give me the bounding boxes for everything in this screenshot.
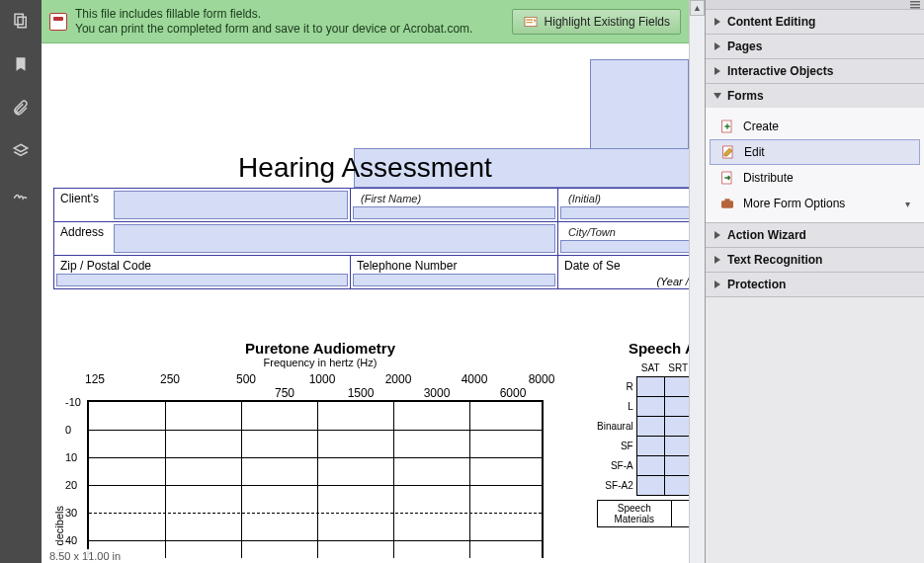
bookmark-icon[interactable] [10, 53, 32, 75]
pdf-form-icon [49, 13, 67, 31]
firstname-field[interactable] [353, 206, 555, 219]
speech-materials: Speech Materials [598, 501, 672, 526]
section-action-wizard: Action Wizard [706, 223, 924, 248]
x-axis-major: 125 250 500 1000 2000 4000 8000 [53, 372, 587, 386]
cell[interactable] [664, 475, 689, 495]
chevron-right-icon [714, 231, 720, 239]
sr-dis: SR DIS [672, 501, 690, 526]
x-axis-minor: 750 1500 3000 6000 [53, 386, 587, 400]
svg-rect-10 [724, 199, 729, 201]
surname-field[interactable] [114, 191, 348, 219]
svg-rect-4 [910, 4, 920, 6]
zip-field[interactable] [56, 274, 348, 286]
label-date-sub: (Year / M [656, 276, 689, 287]
audiogram-subtitle: Frequency in hertz (Hz) [53, 357, 587, 368]
chevron-right-icon [714, 42, 720, 50]
audiogram-grid: -10 0 10 20 30 40 [87, 400, 544, 558]
page-size-status: 8.50 x 11.00 in [45, 549, 125, 563]
cell[interactable] [636, 376, 664, 396]
cell[interactable] [664, 455, 689, 475]
section-pages: Pages [706, 35, 924, 59]
panel-menu-icon[interactable] [706, 0, 924, 10]
chevron-right-icon [714, 281, 720, 288]
chevron-right-icon [714, 18, 720, 26]
cell[interactable] [664, 376, 689, 396]
label-address: Address [60, 225, 104, 239]
col-sat: SAT [636, 361, 664, 376]
section-content-editing: Content Editing [706, 10, 924, 35]
phone-field[interactable] [353, 274, 555, 286]
forms-create[interactable]: Create [706, 114, 924, 139]
cell[interactable] [636, 396, 664, 416]
forms-more-options[interactable]: More Form Options ▾ [706, 191, 924, 216]
cell[interactable] [664, 416, 689, 436]
cell[interactable] [636, 416, 664, 436]
section-interactive-objects: Interactive Objects [706, 59, 924, 84]
chevron-down-icon: ▾ [905, 199, 910, 209]
cell[interactable] [636, 436, 664, 455]
label-clients: Client's [60, 192, 99, 205]
svg-rect-0 [15, 14, 23, 25]
nav-rail [0, 0, 42, 563]
svg-rect-3 [910, 1, 920, 3]
client-info-table: Client's (Surname) (First Name) (Initial… [53, 188, 689, 289]
forms-edit[interactable]: Edit [710, 139, 920, 165]
label-initial: (Initial) [568, 193, 601, 204]
label-zip: Zip / Postal Code [60, 259, 151, 273]
cell[interactable] [664, 436, 689, 455]
forms-distribute[interactable]: Distribute [706, 165, 924, 191]
highlight-fields-button[interactable]: Highlight Existing Fields [512, 9, 681, 35]
banner-text: This file includes fillable form fields.… [75, 7, 512, 37]
layers-icon[interactable] [10, 140, 32, 162]
chevron-right-icon [714, 67, 720, 75]
speech-title: Speech Aud [597, 340, 689, 357]
street-field[interactable] [114, 224, 555, 253]
section-protection: Protection [706, 273, 924, 297]
page-title: Hearing Assessment [42, 152, 689, 184]
label-city: City/Town [568, 226, 616, 238]
section-forms: Forms Create Edit Distribute More Form O… [706, 84, 924, 223]
chevron-right-icon [714, 256, 720, 264]
svg-rect-1 [18, 17, 26, 28]
vertical-scrollbar[interactable]: ▲ [689, 0, 705, 563]
signature-icon[interactable] [10, 184, 32, 205]
thumbnails-icon[interactable] [10, 10, 32, 32]
city-field[interactable] [560, 240, 689, 253]
materials-row: Speech Materials SR DIS [597, 500, 689, 527]
label-firstname: (First Name) [361, 193, 421, 204]
chevron-down-icon [714, 93, 721, 99]
speech-audiometry: Speech Aud SAT SRT Mask R L Binaural SF … [597, 340, 689, 527]
cell[interactable] [636, 475, 664, 495]
audiogram: Puretone Audiometry Frequency in hertz (… [53, 340, 587, 558]
scroll-up-button[interactable]: ▲ [690, 0, 705, 16]
cell[interactable] [636, 455, 664, 475]
tools-panel: Content Editing Pages Interactive Object… [705, 0, 924, 563]
audiogram-title: Puretone Audiometry [53, 340, 587, 357]
col-srt: SRT [664, 361, 689, 376]
cell[interactable] [664, 396, 689, 416]
svg-rect-9 [721, 201, 733, 207]
form-banner: This file includes fillable form fields.… [42, 0, 689, 43]
initial-field[interactable] [560, 206, 689, 219]
section-text-recognition: Text Recognition [706, 248, 924, 273]
label-phone: Telephone Number [357, 259, 457, 273]
svg-rect-5 [910, 7, 920, 9]
document-viewer[interactable]: Hearing Assessment Client's (Surname) (F… [42, 43, 689, 563]
label-date: Date of Se [564, 259, 621, 273]
attachment-icon[interactable] [10, 97, 32, 119]
